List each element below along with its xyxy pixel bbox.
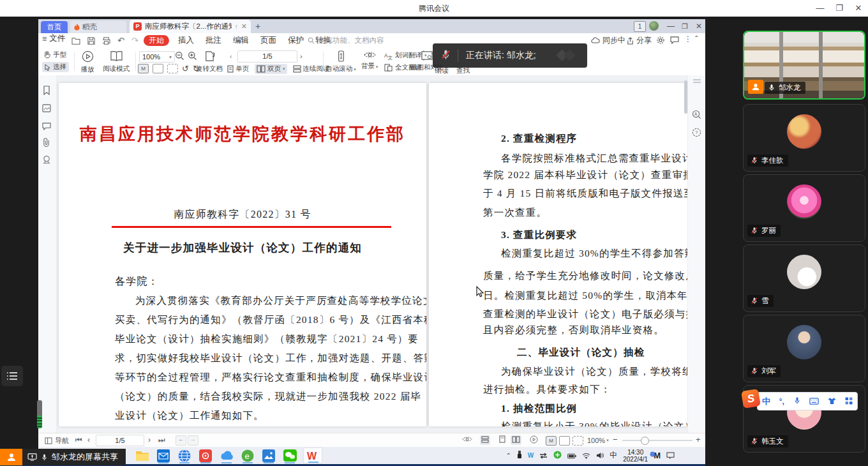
mail-taskbar-icon[interactable]	[154, 447, 173, 463]
undo-icon[interactable]: ↶	[117, 36, 124, 45]
ime-toolbox-icon[interactable]	[845, 396, 853, 407]
crop-page-icon[interactable]	[167, 64, 178, 73]
status-fit-width-icon[interactable]	[559, 436, 570, 446]
nav-toggle-button[interactable]: 导航	[45, 433, 69, 447]
pdf-close-button[interactable]: ✕	[696, 19, 702, 33]
menu-item[interactable]: 页面	[255, 33, 282, 48]
ime-punctuation[interactable]: °,	[779, 397, 784, 406]
usb-icon[interactable]	[517, 450, 522, 462]
app-store-taskbar-icon[interactable]	[196, 447, 215, 463]
menu-item[interactable]: 编辑	[227, 33, 255, 48]
cloud-taskbar-icon[interactable]	[217, 447, 236, 463]
zoom-minus-icon[interactable]: −	[613, 435, 618, 444]
rotate-left-icon[interactable]: ↺	[182, 64, 189, 73]
share-banner-body[interactable]: 邹水龙的屏幕共享	[22, 449, 126, 465]
zoom-slider-thumb[interactable]	[641, 437, 649, 445]
read-mode-button[interactable]: 阅读模式	[100, 50, 133, 73]
meeting-close-button[interactable]: ✕	[849, 0, 868, 17]
history-forward-icon[interactable]: →	[188, 435, 198, 446]
wps-taskbar-icon[interactable]: W	[303, 447, 322, 463]
browser-360-taskbar-icon[interactable]: e	[238, 447, 257, 463]
browser-taskbar-icon[interactable]	[175, 447, 194, 463]
select-tool-button[interactable]: 选择	[42, 62, 69, 72]
ime-mic-icon[interactable]	[793, 396, 801, 407]
status-crop-icon[interactable]	[572, 436, 583, 446]
last-page-icon[interactable]: ⏭	[158, 435, 165, 444]
pdf-restore-button[interactable]: ❐	[682, 19, 688, 33]
notification-center-icon[interactable]	[666, 450, 675, 462]
status-page-input[interactable]: 1/5	[96, 435, 144, 446]
tray-ime-mode[interactable]: 中	[610, 450, 617, 461]
settings-gear-icon[interactable]	[656, 36, 665, 47]
play-button[interactable]: 播放	[77, 50, 98, 74]
thumbnail-icon[interactable]	[42, 103, 52, 114]
file-menu[interactable]: ≡文件	[42, 33, 65, 44]
zoom-plus-icon[interactable]: +	[696, 435, 701, 444]
ime-skin-icon[interactable]	[828, 396, 836, 407]
status-single-page-icon[interactable]	[499, 435, 505, 445]
comments-panel-icon[interactable]	[42, 121, 52, 132]
file-explorer-taskbar-icon[interactable]	[133, 447, 152, 463]
page-number-input[interactable]: 1/5	[237, 50, 297, 63]
zoom-slider-track[interactable]	[622, 440, 692, 441]
sync-status[interactable]: 同步中	[591, 33, 625, 48]
continuous-read-button[interactable]: 连续阅读	[293, 64, 330, 73]
status-continuous-icon[interactable]	[480, 435, 490, 445]
meeting-sidebar-toggle-button[interactable]	[1, 366, 23, 386]
zoom-out-icon[interactable]	[175, 51, 184, 63]
search-document-icon[interactable]: A	[692, 110, 702, 120]
tray-expand-icon[interactable]: ⌃	[505, 452, 511, 459]
menu-item[interactable]: 批注	[200, 33, 227, 48]
fit-page-icon[interactable]: M	[138, 64, 149, 73]
next-page-icon[interactable]: ›	[300, 52, 303, 60]
bookmark-icon[interactable]	[42, 86, 52, 96]
read-aloud-button[interactable]: 朗读	[435, 66, 449, 75]
meeting-minimize-button[interactable]: —	[811, 0, 830, 17]
vertical-scrollbar[interactable]	[684, 80, 687, 114]
wifi-icon[interactable]	[582, 450, 590, 462]
participant-tile[interactable]: 罗丽	[743, 174, 865, 242]
save-icon[interactable]	[87, 37, 95, 45]
help-icon[interactable]: ?	[692, 128, 702, 138]
network-transfer-icon[interactable]	[539, 450, 548, 462]
status-zoom-dropdown[interactable]: 100%▾	[587, 433, 609, 447]
attachment-icon[interactable]	[42, 138, 52, 148]
tab-close-icon[interactable]: ✕	[241, 20, 247, 33]
participant-tile[interactable]: 雪	[743, 244, 865, 312]
find-button[interactable]: 查找	[456, 66, 470, 75]
ime-mode-chinese[interactable]: 中	[762, 396, 770, 407]
volume-icon[interactable]	[596, 450, 604, 462]
rotate-document-button[interactable]: 旋转文档	[191, 50, 227, 73]
search-box[interactable]: 查找功能、文档内容	[308, 36, 384, 45]
stamp-icon[interactable]	[42, 155, 52, 165]
menu-item[interactable]: 保护	[282, 33, 310, 48]
photos-taskbar-icon[interactable]	[259, 447, 278, 463]
account-avatar[interactable]	[649, 21, 659, 31]
participant-tile[interactable]: 刘军	[743, 315, 865, 382]
tab-home[interactable]: 首页	[41, 21, 68, 33]
print-icon[interactable]	[102, 37, 110, 45]
tab-document[interactable]: P 南应师教科字〔2...作的通知.pdf ↑ ✕	[130, 20, 251, 33]
participant-tile[interactable]: 邹水龙	[743, 31, 865, 100]
tray-m-app-icon[interactable]: M	[654, 451, 661, 460]
wechat-taskbar-icon[interactable]	[280, 447, 299, 463]
prev-page-status-icon[interactable]: ‹	[87, 435, 90, 444]
redo-icon[interactable]: ↷	[131, 36, 138, 45]
share-member-badge[interactable]	[0, 449, 22, 465]
status-background-icon[interactable]	[462, 435, 472, 445]
menu-start[interactable]: 开始	[144, 35, 169, 46]
meeting-maximize-button[interactable]: ❐	[830, 0, 849, 17]
ime-keyboard-icon[interactable]	[809, 396, 819, 407]
tab-docer[interactable]: 稻壳	[70, 21, 126, 33]
sogou-ime-bar[interactable]: 中 °,	[757, 392, 858, 410]
double-page-button[interactable]: 双页▾	[255, 64, 287, 74]
wps-cloud-tray-icon[interactable]: W	[528, 452, 534, 459]
battery-icon[interactable]	[567, 450, 576, 462]
fit-width-icon[interactable]	[153, 64, 163, 73]
background-button[interactable]: 背景 ▾	[359, 50, 380, 71]
hand-tool-button[interactable]: 手型	[43, 50, 66, 59]
status-fit-page-icon[interactable]: M	[546, 436, 557, 446]
pdf-minimize-button[interactable]: —	[667, 19, 675, 33]
participant-tile[interactable]: 李佳歆	[743, 104, 865, 172]
status-double-page-icon[interactable]	[511, 435, 521, 445]
